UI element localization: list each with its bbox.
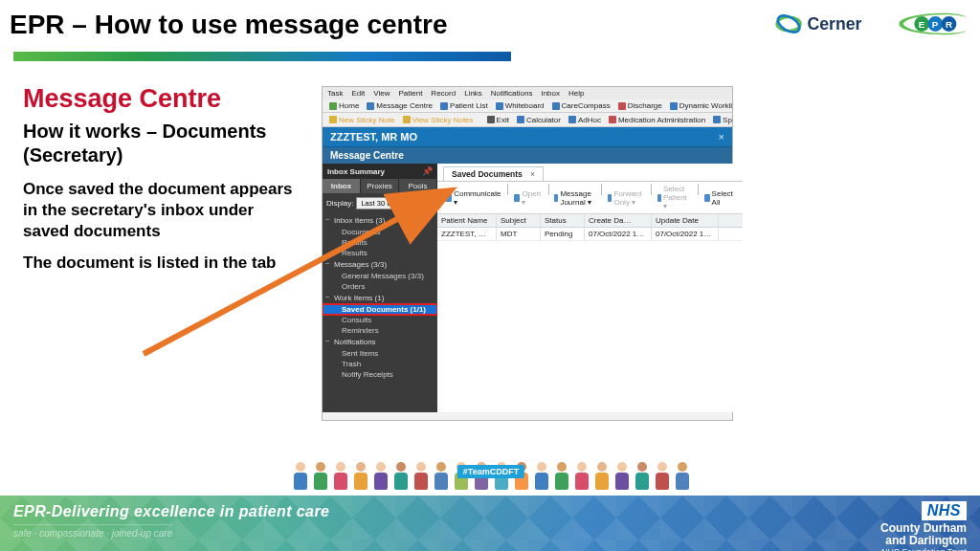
footer-subtag: safe · compassionate · joined-up care xyxy=(13,524,172,539)
main-tool-select-all[interactable]: Select All xyxy=(702,184,738,211)
cartoon-person xyxy=(654,462,671,490)
brand-logos: Cerner EPR xyxy=(775,10,970,38)
paragraph-1: Once saved the document appears in the s… xyxy=(23,179,301,241)
nhs-block: NHS County Durhamand Darlington NHS Foun… xyxy=(880,501,967,551)
cartoon-person xyxy=(634,462,651,490)
sidebar-tab-pools[interactable]: Pools xyxy=(399,179,437,193)
tree-item-trash[interactable]: Trash xyxy=(323,359,437,369)
cartoon-person xyxy=(593,462,611,490)
app-screenshot: TaskEditViewPatientRecordLinksNotificati… xyxy=(322,86,733,421)
menu-notifications[interactable]: Notifications xyxy=(491,89,533,98)
svg-point-1 xyxy=(775,12,802,36)
tree-item-results[interactable]: Results xyxy=(323,248,437,258)
main-toolbar[interactable]: Communicate ▾Open ▾Message Journal ▾Forw… xyxy=(437,182,743,214)
menu-view[interactable]: View xyxy=(373,89,390,98)
tool-calculator[interactable]: Calculator xyxy=(514,115,564,125)
tool-specimen-collection[interactable]: Specimen Collection xyxy=(710,115,732,125)
col-subject[interactable]: Subject xyxy=(497,214,541,227)
toolbar-row-2[interactable]: New Sticky NoteView Sticky NotesExitCalc… xyxy=(323,113,732,127)
svg-text:E: E xyxy=(918,19,924,30)
tree-head-messages-3-3-[interactable]: Messages (3/3) xyxy=(323,258,437,271)
tab-saved-documents[interactable]: Saved Documents × xyxy=(443,166,544,181)
menu-help[interactable]: Help xyxy=(568,89,584,98)
tree-item-saved-documents-1-1-[interactable]: Saved Documents (1/1) xyxy=(323,304,437,315)
cell: MDT xyxy=(497,228,541,240)
main-tool-message-journal[interactable]: Message Journal ▾ xyxy=(551,184,598,211)
inbox-tree[interactable]: Inbox Items (3)DocumentsResultsResultsMe… xyxy=(323,212,437,412)
inbox-summary-header: Inbox Summary 📌 xyxy=(323,164,437,179)
footer-tagline: EPR-Delivering excellence in patient car… xyxy=(13,503,329,520)
team-hashtag: #TeamCDDFT xyxy=(457,465,524,478)
tool-message-centre[interactable]: Message Centre xyxy=(364,100,435,111)
tab-close-icon[interactable]: × xyxy=(530,169,535,179)
red-heading: Message Centre xyxy=(23,84,301,114)
tool-adhoc[interactable]: AdHoc xyxy=(566,115,604,125)
cartoon-person xyxy=(372,462,390,490)
cartoon-person xyxy=(312,462,329,490)
tree-item-results[interactable]: Results xyxy=(323,237,437,248)
epr-logo: EPR xyxy=(895,10,970,38)
tool-dynamic-worklist[interactable]: Dynamic Worklist xyxy=(667,100,732,111)
sub-heading: How it works – Documents (Secretary) xyxy=(23,120,301,167)
tool-home[interactable]: Home xyxy=(326,100,362,111)
tree-item-consults[interactable]: Consults xyxy=(323,315,437,325)
menu-inbox[interactable]: Inbox xyxy=(541,89,560,98)
tree-head-inbox-items-3-[interactable]: Inbox Items (3) xyxy=(323,214,437,227)
tree-head-work-items-1-[interactable]: Work Items (1) xyxy=(323,292,437,304)
cerner-logo: Cerner xyxy=(775,10,885,38)
menu-edit[interactable]: Edit xyxy=(351,89,365,98)
tool-whiteboard[interactable]: Whiteboard xyxy=(493,100,547,111)
patient-banner[interactable]: ZZZTEST, MR MO × xyxy=(323,127,732,147)
menu-patient[interactable]: Patient xyxy=(398,89,422,98)
tree-item-sent-items[interactable]: Sent Items xyxy=(323,348,437,359)
tree-item-reminders[interactable]: Reminders xyxy=(323,325,437,336)
col-update-date[interactable]: Update Date xyxy=(652,214,719,227)
pin-icon[interactable]: 📌 xyxy=(422,166,433,176)
main-tool-select-patient: Select Patient ▾ xyxy=(655,184,696,211)
close-patient-icon[interactable]: × xyxy=(719,131,724,143)
main-tabbar[interactable]: Saved Documents × xyxy=(437,164,743,182)
cartoon-person xyxy=(392,462,410,490)
main-tool-forward-only: Forward Only ▾ xyxy=(605,184,648,211)
main-tool-communicate[interactable]: Communicate ▾ xyxy=(442,184,504,211)
module-bar: Message Centre xyxy=(323,147,732,164)
menu-record[interactable]: Record xyxy=(431,89,456,98)
cartoon-person xyxy=(573,462,590,490)
tool-view-sticky-notes[interactable]: View Sticky Notes xyxy=(400,115,477,125)
cartoon-person xyxy=(674,462,691,490)
grid-row[interactable]: ZZZTEST, MR …MDTPending07/Oct/2022 1…07/… xyxy=(437,228,743,241)
display-select[interactable]: Last 30 Days xyxy=(356,197,419,209)
cartoon-person xyxy=(553,462,570,490)
grid-header: Patient NameSubjectStatusCreate Da…Updat… xyxy=(437,214,743,228)
tool-patient-list[interactable]: Patient List xyxy=(437,100,491,111)
cartoon-person xyxy=(292,462,309,490)
cell: 07/Oct/2022 1… xyxy=(585,228,652,240)
sidebar-tab-inbox[interactable]: Inbox xyxy=(323,179,361,193)
tool-medication-administration[interactable]: Medication Administration xyxy=(606,115,708,125)
tree-item-documents[interactable]: Documents xyxy=(323,227,437,237)
col-status[interactable]: Status xyxy=(541,214,585,227)
tree-item-notify-receipts[interactable]: Notify Receipts xyxy=(323,369,437,380)
menu-task[interactable]: Task xyxy=(327,89,343,98)
display-filter[interactable]: Display: Last 30 Days … xyxy=(323,193,437,212)
display-go-button[interactable]: … xyxy=(422,196,434,209)
sidebar-tab-proxies[interactable]: Proxies xyxy=(361,179,399,193)
tree-item-general-messages-3-3-[interactable]: General Messages (3/3) xyxy=(323,271,437,281)
patient-name: ZZZTEST, MR MO xyxy=(330,131,417,143)
tool-new-sticky-note[interactable]: New Sticky Note xyxy=(326,115,398,125)
menubar[interactable]: TaskEditViewPatientRecordLinksNotificati… xyxy=(323,87,732,99)
footer: EPR-Delivering excellence in patient car… xyxy=(0,496,980,551)
slide-header: EPR – How to use message centre Cerner E… xyxy=(10,10,970,40)
toolbar-row-1[interactable]: HomeMessage CentrePatient ListWhiteboard… xyxy=(323,99,732,113)
tree-item-orders[interactable]: Orders xyxy=(323,281,437,292)
tool-exit[interactable]: Exit xyxy=(484,115,512,125)
tool-discharge[interactable]: Discharge xyxy=(615,100,665,111)
sidebar-tabs[interactable]: InboxProxiesPools xyxy=(323,179,437,193)
tree-head-notifications[interactable]: Notifications xyxy=(323,336,437,348)
tool-carecompass[interactable]: CareCompass xyxy=(549,100,613,111)
nhs-logo: NHS xyxy=(922,501,967,520)
col-create-da-[interactable]: Create Da… xyxy=(585,214,652,227)
col-patient-name[interactable]: Patient Name xyxy=(437,214,497,227)
main-pane: Saved Documents × Communicate ▾Open ▾Mes… xyxy=(437,164,743,412)
menu-links[interactable]: Links xyxy=(464,89,482,98)
